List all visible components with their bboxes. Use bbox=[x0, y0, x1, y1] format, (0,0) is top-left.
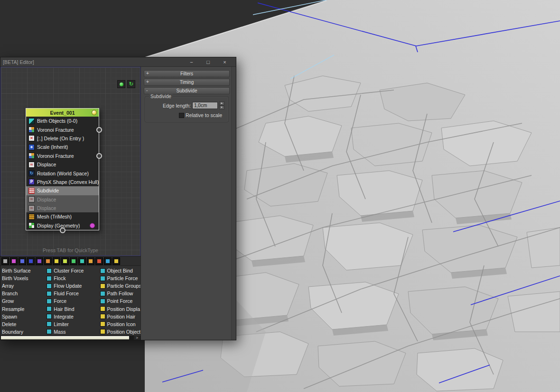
depot-category-icon[interactable] bbox=[44, 257, 52, 265]
rollout-toggle[interactable]: + bbox=[146, 79, 149, 85]
enable-simulation-button[interactable] bbox=[117, 80, 125, 88]
depot-item[interactable]: Branch bbox=[2, 290, 47, 297]
depot-item[interactable]: Birth Surface bbox=[2, 267, 47, 274]
depot-item[interactable]: Limiter bbox=[47, 320, 100, 328]
operator-row[interactable]: Displace bbox=[26, 195, 99, 204]
maximize-button[interactable]: □ bbox=[200, 59, 216, 65]
depot-category-icon[interactable] bbox=[19, 257, 26, 265]
depot-item[interactable]: Force bbox=[47, 297, 100, 305]
depot-category-icon[interactable] bbox=[95, 257, 103, 265]
operator-icon bbox=[28, 179, 35, 185]
output-port[interactable] bbox=[96, 127, 102, 133]
depot-item-label: Position Hair bbox=[107, 314, 136, 319]
node-graph[interactable]: ↻ Event_001 Birth Objects (0-0) bbox=[0, 67, 140, 256]
depot-item[interactable]: Mass bbox=[47, 328, 100, 336]
rollout-label: Subdivide bbox=[177, 88, 197, 93]
depot-item[interactable]: Fluid Force bbox=[47, 290, 100, 297]
depot-category-icon[interactable] bbox=[10, 257, 18, 265]
depot-category-icon[interactable] bbox=[1, 257, 9, 265]
operator-row[interactable]: Displace bbox=[26, 204, 99, 212]
depot-category-icon[interactable] bbox=[27, 257, 35, 265]
operator-row[interactable]: Rotation (World Space) bbox=[26, 169, 99, 177]
operator-type-icon bbox=[47, 291, 52, 296]
depot-item[interactable]: Position Icon bbox=[100, 320, 140, 328]
operator-row[interactable]: Voronoi Fracture bbox=[26, 125, 99, 134]
scrollbar-thumb[interactable] bbox=[1, 336, 129, 339]
rollout-toggle[interactable]: - bbox=[146, 88, 148, 93]
depot-item[interactable]: Flock bbox=[47, 274, 100, 282]
operator-label: Displace bbox=[37, 162, 56, 167]
depot-item[interactable]: Position Hair bbox=[100, 313, 140, 320]
event-output-port[interactable] bbox=[60, 228, 65, 233]
depot-item-label: Particle Force bbox=[107, 275, 138, 281]
depot-item[interactable]: Particle Force bbox=[100, 274, 140, 282]
light-bulb-icon[interactable] bbox=[92, 110, 97, 115]
depot-category-icon[interactable] bbox=[87, 257, 94, 265]
operator-row[interactable]: Subdivide bbox=[26, 186, 99, 195]
depot-category-icon[interactable] bbox=[61, 257, 69, 265]
depot-item[interactable]: Boundary bbox=[2, 328, 47, 336]
operator-depot: Birth Surface Birth Voxels Array Branch bbox=[0, 266, 140, 336]
close-button[interactable]: × bbox=[216, 59, 233, 65]
depot-category-icon[interactable] bbox=[70, 257, 77, 265]
scroll-right-button[interactable]: > bbox=[134, 336, 140, 340]
operator-row[interactable]: Birth Objects (0-0) bbox=[26, 117, 99, 125]
rollout-bar[interactable]: - Subdivide bbox=[144, 87, 230, 94]
window-controls: − □ × bbox=[183, 59, 236, 65]
depot-item-label: Point Force bbox=[107, 298, 133, 304]
depot-scrollbar[interactable]: > bbox=[0, 336, 140, 340]
node-pane: ↻ Event_001 Birth Objects (0-0) bbox=[0, 67, 141, 340]
depot-item[interactable]: Flow Update bbox=[47, 282, 100, 290]
depot-item[interactable]: Spawn bbox=[2, 313, 47, 320]
depot-item[interactable]: Path Follow bbox=[100, 290, 140, 297]
depot-item[interactable]: Array bbox=[2, 282, 47, 290]
event-header[interactable]: Event_001 bbox=[26, 109, 99, 117]
refresh-button[interactable]: ↻ bbox=[127, 80, 135, 88]
operator-row[interactable]: [:.] Delete (On Entry ) bbox=[26, 134, 99, 143]
display-color-dot[interactable] bbox=[90, 223, 95, 228]
depot-item[interactable]: Point Force bbox=[100, 297, 140, 305]
operator-type-icon bbox=[100, 314, 105, 319]
depot-item-label: Branch bbox=[2, 291, 18, 296]
depot-category-icon[interactable] bbox=[112, 257, 120, 265]
depot-category-icon[interactable] bbox=[53, 257, 60, 265]
operator-row[interactable]: Voronoi Fracture bbox=[26, 152, 99, 160]
event-node[interactable]: Event_001 Birth Objects (0-0) bbox=[26, 108, 99, 230]
depot-item[interactable]: Position Object bbox=[100, 328, 140, 336]
output-port[interactable] bbox=[96, 153, 102, 159]
depot-item[interactable]: Particle Groups bbox=[100, 282, 140, 290]
depot-item[interactable]: Resample bbox=[2, 305, 47, 312]
depot-item[interactable]: Integrate bbox=[47, 313, 100, 320]
depot-category-icon[interactable] bbox=[36, 257, 43, 265]
depot-item[interactable]: Cluster Force bbox=[47, 267, 100, 274]
operator-type-icon bbox=[47, 276, 52, 281]
depot-item[interactable]: Position Displa bbox=[100, 305, 140, 312]
group-legend: Subdivide bbox=[149, 94, 173, 99]
depot-category-icon[interactable] bbox=[104, 257, 112, 265]
rollout-toggle[interactable]: + bbox=[146, 71, 149, 76]
operator-row[interactable]: Displace bbox=[26, 160, 99, 169]
spinner-down-button[interactable] bbox=[219, 106, 224, 109]
minimize-button[interactable]: − bbox=[183, 59, 200, 65]
depot-item[interactable]: Object Bind bbox=[100, 267, 140, 274]
spinner-up-button[interactable] bbox=[219, 101, 224, 105]
quicktype-hint: Press TAB for QuickType bbox=[1, 247, 140, 253]
depot-item[interactable]: Hair Bind bbox=[47, 305, 100, 312]
operator-row[interactable]: Mesh (TriMesh) bbox=[26, 212, 99, 221]
operator-icon bbox=[28, 153, 35, 159]
depot-category-icon[interactable] bbox=[78, 257, 86, 265]
rollout-bar[interactable]: + Filters bbox=[144, 70, 230, 77]
operator-row[interactable]: PhysX Shape (Convex Hull) bbox=[26, 178, 99, 186]
depot-item[interactable]: Grow bbox=[2, 297, 47, 305]
operator-stack: Birth Objects (0-0) Voronoi Fracture bbox=[26, 117, 99, 230]
depot-item[interactable]: Delete bbox=[2, 320, 47, 328]
operator-row[interactable]: Scale (Inherit) bbox=[26, 143, 99, 151]
window-title: [BETA] Editor] bbox=[3, 59, 34, 65]
green-dot-icon bbox=[120, 82, 123, 86]
depot-item[interactable]: Birth Voxels bbox=[2, 274, 47, 282]
edge-length-input[interactable]: 1,0cm bbox=[192, 102, 218, 109]
relative-to-scale-checkbox[interactable] bbox=[179, 113, 184, 118]
depot-item-label: Object Bind bbox=[107, 268, 133, 273]
window-title-bar[interactable]: [BETA] Editor] − □ × bbox=[0, 57, 236, 67]
rollout-bar[interactable]: + Timing bbox=[144, 79, 230, 86]
